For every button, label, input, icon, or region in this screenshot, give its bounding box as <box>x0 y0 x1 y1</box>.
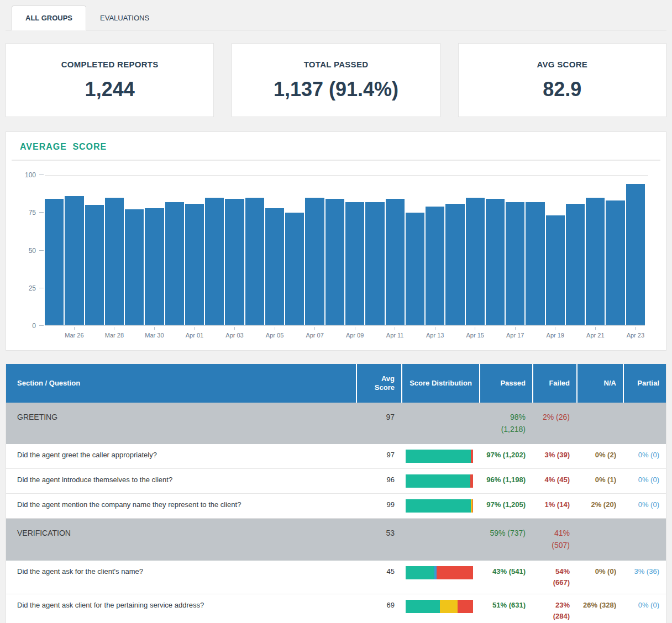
chart-bar-apr-13[interactable] <box>426 207 444 325</box>
row-label: Did the agent greet the caller appropria… <box>6 444 356 468</box>
chart-bar-apr-11[interactable] <box>386 199 405 325</box>
x-tick-label <box>606 327 624 340</box>
x-tick-label <box>165 327 184 340</box>
x-tick-label: Apr 21 <box>586 327 605 340</box>
na-value: 0% (0) <box>576 561 623 594</box>
column-header-na[interactable]: N/A <box>576 364 623 403</box>
row-label: Did the agent mention the company name t… <box>6 494 356 518</box>
table-question-row[interactable]: Did the agent ask for the client's name?… <box>6 561 666 594</box>
chart-bar-apr-21[interactable] <box>586 198 605 325</box>
chart-bar-apr-04[interactable] <box>245 198 264 325</box>
stat-card-completed-reports: COMPLETED REPORTS 1,244 <box>6 43 214 117</box>
chart-bar-apr-19[interactable] <box>546 215 565 325</box>
chart-bar-apr-12[interactable] <box>406 213 424 325</box>
na-value: 0% (2) <box>576 444 623 468</box>
avg-score-value: 53 <box>356 519 401 560</box>
x-tick-label: Apr 19 <box>546 327 565 340</box>
score-distribution-cell <box>401 444 479 468</box>
na-value <box>576 403 623 444</box>
dist-segment-failed <box>470 474 473 488</box>
chart-bar-apr-08[interactable] <box>326 199 344 325</box>
x-tick-label: Apr 11 <box>386 327 405 340</box>
chart-bar-apr-17[interactable] <box>506 202 524 325</box>
column-header-passed[interactable]: Passed <box>479 364 532 403</box>
chart-bar-apr-16[interactable] <box>486 199 505 325</box>
chart-x-labels: Mar 26Mar 28Mar 30Apr 01Apr 03Apr 05Apr … <box>45 327 645 340</box>
score-distribution-bar[interactable] <box>406 566 473 579</box>
x-tick-mark <box>595 327 596 330</box>
table-question-row[interactable]: Did the agent mention the company name t… <box>6 494 666 519</box>
column-header-partial[interactable]: Partial <box>623 364 666 403</box>
chart-bar-apr-22[interactable] <box>606 200 624 325</box>
table-question-row[interactable]: Did the agent greet the caller appropria… <box>6 444 666 469</box>
chart-bar-apr-15[interactable] <box>466 198 485 325</box>
chart-y-axis: 0255075100 <box>11 175 45 326</box>
x-tick-label: Apr 03 <box>225 327 244 340</box>
failed-value: 23% (284) <box>532 594 576 623</box>
chart-bar-apr-14[interactable] <box>445 204 464 325</box>
chart-bar-apr-23[interactable] <box>626 184 645 325</box>
chart-bar-apr-10[interactable] <box>365 202 384 325</box>
chart-bar-apr-07[interactable] <box>305 198 324 325</box>
chart-bar-apr-01[interactable] <box>185 204 204 325</box>
chart-bar-apr-02[interactable] <box>205 198 224 325</box>
y-tick-label: 50 <box>29 247 36 255</box>
chart-bar-mar-31[interactable] <box>165 202 184 325</box>
tab-bar: ALL GROUPS EVALUATIONS <box>6 6 666 30</box>
x-tick-label <box>326 327 344 340</box>
stat-value: 1,137 (91.4%) <box>274 78 398 101</box>
table-section-row[interactable]: VERIFICATION5359% (737)41% (507) <box>6 519 666 560</box>
dist-segment-passed <box>406 450 471 463</box>
x-tick-label <box>566 327 585 340</box>
chart-bar-mar-25[interactable] <box>45 199 64 325</box>
na-value: 0% (1) <box>576 469 623 493</box>
x-tick-mark <box>275 327 275 330</box>
chart-bar-apr-09[interactable] <box>345 202 364 325</box>
x-tick-label <box>445 327 464 340</box>
x-tick-label: Apr 07 <box>305 327 324 340</box>
y-tick-label: 0 <box>32 322 36 330</box>
score-distribution-bar[interactable] <box>406 450 473 463</box>
score-distribution-cell <box>401 494 479 518</box>
chart-bar-mar-30[interactable] <box>145 208 164 325</box>
avg-score-value: 97 <box>356 403 401 444</box>
x-tick-label: Mar 28 <box>105 327 124 340</box>
column-header-score-distribution[interactable]: Score Distribution <box>401 364 479 403</box>
chart-bar-apr-05[interactable] <box>265 208 284 325</box>
column-header-avg-score[interactable]: Avg Score <box>356 364 401 403</box>
score-distribution-bar[interactable] <box>406 499 473 513</box>
score-distribution-bar[interactable] <box>406 600 473 613</box>
chart-bar-mar-29[interactable] <box>125 209 144 325</box>
chart-bar-apr-03[interactable] <box>225 199 244 325</box>
tab-evaluations[interactable]: EVALUATIONS <box>86 6 163 30</box>
column-header-section-question[interactable]: Section / Question <box>6 364 356 403</box>
x-tick-label: Apr 17 <box>506 327 524 340</box>
stat-card-avg-score: AVG SCORE 82.9 <box>458 43 666 117</box>
tab-all-groups[interactable]: ALL GROUPS <box>12 6 86 30</box>
x-tick-label: Apr 05 <box>265 327 284 340</box>
chart-bar-apr-18[interactable] <box>526 202 544 325</box>
x-tick-label: Mar 26 <box>65 327 83 340</box>
dist-segment-failed <box>471 450 473 463</box>
chart-bar-mar-27[interactable] <box>85 205 104 325</box>
chart-bar-mar-28[interactable] <box>105 198 124 325</box>
x-tick-mark <box>234 327 235 330</box>
partial-value: 0% (0) <box>623 469 666 493</box>
chart-bar-apr-20[interactable] <box>566 204 585 325</box>
score-distribution-bar[interactable] <box>406 474 473 488</box>
chart-plot <box>45 175 645 326</box>
table-question-row[interactable]: Did the agent ask client for the pertain… <box>6 594 666 623</box>
table-section-row[interactable]: GREETING9798% (1,218)2% (26) <box>6 403 666 444</box>
average-score-panel: AVERAGE SCORE 0255075100 Mar 26Mar 28Mar… <box>6 131 666 351</box>
x-tick-mark <box>314 327 315 330</box>
avg-score-value: 97 <box>356 444 401 468</box>
score-distribution-cell <box>401 561 479 594</box>
avg-score-value: 96 <box>356 469 401 493</box>
column-header-failed[interactable]: Failed <box>532 364 576 403</box>
questions-table: Section / Question Avg Score Score Distr… <box>6 364 666 623</box>
avg-score-value: 99 <box>356 494 401 518</box>
chart-bar-mar-26[interactable] <box>65 196 83 325</box>
table-question-row[interactable]: Did the agent introduce themselves to th… <box>6 469 666 494</box>
dist-segment-failed <box>458 600 473 613</box>
chart-bar-apr-06[interactable] <box>285 213 304 325</box>
